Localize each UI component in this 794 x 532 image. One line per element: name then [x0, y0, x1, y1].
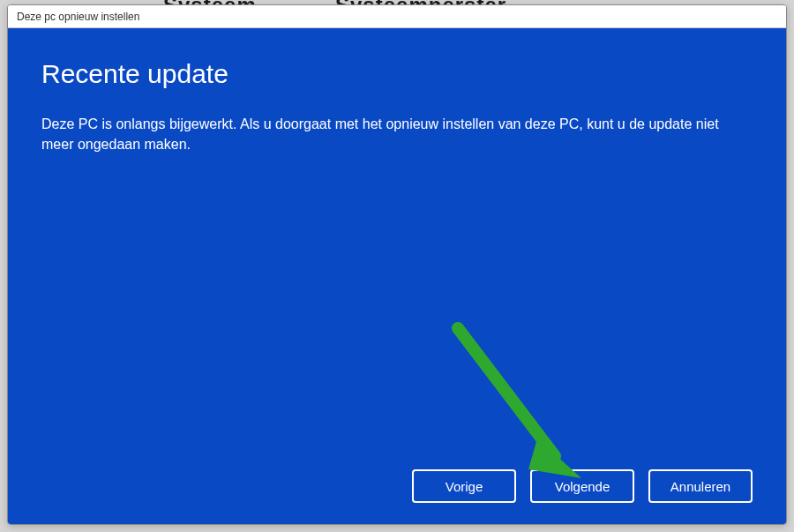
window-title: Deze pc opnieuw instellen — [17, 11, 139, 23]
button-row: Vorige Volgende Annuleren — [41, 469, 753, 503]
cancel-button[interactable]: Annuleren — [648, 469, 753, 503]
dialog-body-text: Deze PC is onlangs bijgewerkt. Als u doo… — [41, 114, 753, 154]
window-titlebar: Deze pc opnieuw instellen — [8, 5, 786, 28]
spacer — [41, 154, 753, 452]
dialog-content: Recente update Deze PC is onlangs bijgew… — [8, 28, 786, 524]
next-button[interactable]: Volgende — [530, 469, 634, 503]
previous-button[interactable]: Vorige — [412, 469, 516, 503]
dialog-heading: Recente update — [41, 59, 753, 89]
dialog-window: Deze pc opnieuw instellen Recente update… — [7, 4, 787, 525]
